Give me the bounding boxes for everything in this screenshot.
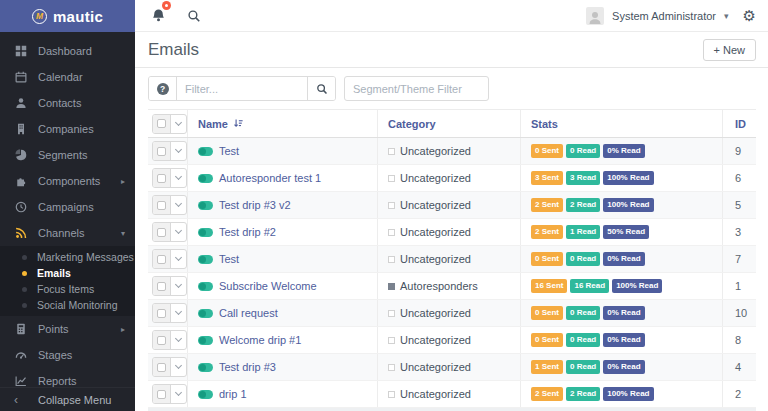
row-actions-dropdown[interactable] [171, 223, 186, 241]
row-actions-dropdown[interactable] [171, 196, 186, 214]
row-select-cell [148, 354, 188, 380]
brand-logo[interactable]: M mautic [0, 0, 135, 32]
global-search-button[interactable] [183, 5, 205, 27]
sidebar-item-contacts[interactable]: Contacts [0, 90, 135, 116]
checkbox[interactable] [153, 115, 171, 133]
sidebar-subitem-social-monitoring[interactable]: Social Monitoring [0, 297, 135, 313]
sidebar-item-stages[interactable]: Stages [0, 342, 135, 368]
email-name-link[interactable]: Test [219, 145, 239, 157]
segment-theme-filter-input[interactable] [344, 76, 489, 101]
publish-toggle-icon[interactable] [198, 309, 213, 318]
sidebar-item-campaigns[interactable]: Campaigns [0, 194, 135, 220]
checkbox[interactable] [153, 331, 171, 349]
row-actions-dropdown[interactable] [171, 115, 186, 133]
caret-down-icon[interactable]: ▾ [724, 11, 729, 21]
row-actions-dropdown[interactable] [171, 358, 186, 376]
sidebar-item-dashboard[interactable]: Dashboard [0, 38, 135, 64]
publish-toggle-icon[interactable] [198, 363, 213, 372]
row-actions-dropdown[interactable] [171, 277, 186, 295]
email-name-link[interactable]: drip 1 [219, 388, 247, 400]
email-name-link[interactable]: Call request [219, 307, 278, 319]
notifications-button[interactable] [147, 5, 169, 27]
email-name-link[interactable]: Test drip #2 [219, 226, 276, 238]
row-actions-dropdown[interactable] [171, 142, 186, 160]
column-header-category[interactable]: Category [378, 110, 521, 137]
row-checkbox-group[interactable] [152, 357, 187, 377]
filter-search-button[interactable] [307, 77, 335, 100]
row-checkbox-group[interactable] [152, 384, 187, 404]
sidebar-item-components[interactable]: Components▸ [0, 168, 135, 194]
row-actions-dropdown[interactable] [171, 331, 186, 349]
email-name-link[interactable]: Subscribe Welcome [219, 280, 317, 292]
channels-icon [14, 227, 28, 239]
email-name-link[interactable]: Autoresponder test 1 [219, 172, 321, 184]
sidebar-item-reports[interactable]: Reports [0, 368, 135, 387]
checkbox[interactable] [153, 358, 171, 376]
row-select-cell [148, 273, 188, 299]
column-header-id[interactable]: ID [723, 110, 756, 137]
filter-help-button[interactable]: ? [149, 77, 177, 100]
publish-toggle-icon[interactable] [198, 390, 213, 399]
row-actions-dropdown[interactable] [171, 250, 186, 268]
sidebar-item-points[interactable]: Points▸ [0, 316, 135, 342]
row-checkbox-group[interactable] [152, 330, 187, 350]
pct-badge: 0% Read [603, 360, 644, 374]
top-navbar: System Administrator ▾ ⚙ [135, 0, 768, 32]
user-menu[interactable]: System Administrator [612, 10, 716, 22]
row-checkbox-group[interactable] [152, 168, 187, 188]
category-cell: Uncategorized [378, 381, 521, 407]
publish-toggle-icon[interactable] [198, 147, 213, 156]
segments-icon [14, 149, 28, 161]
sidebar-item-companies[interactable]: Companies [0, 116, 135, 142]
checkbox[interactable] [153, 196, 171, 214]
sidebar-subitem-marketing-messages[interactable]: Marketing Messages [0, 249, 135, 265]
checkbox[interactable] [153, 304, 171, 322]
email-name-link[interactable]: Welcome drip #1 [219, 334, 301, 346]
row-actions-dropdown[interactable] [171, 385, 186, 403]
column-header-name[interactable]: Name [188, 110, 378, 137]
sidebar-item-calendar[interactable]: Calendar [0, 64, 135, 90]
row-actions-dropdown[interactable] [171, 304, 186, 322]
email-name-link[interactable]: Test drip #3 v2 [219, 199, 291, 211]
category-square-icon [388, 337, 395, 344]
publish-toggle-icon[interactable] [198, 336, 213, 345]
table-row: Test drip #3Uncategorized1 Sent0 Read0% … [148, 354, 756, 381]
email-name-link[interactable]: Test [219, 253, 239, 265]
email-name-link[interactable]: Test drip #3 [219, 361, 276, 373]
checkbox[interactable] [153, 250, 171, 268]
filter-input[interactable] [177, 77, 307, 100]
row-checkbox-group[interactable] [152, 141, 187, 161]
sidebar-subitem-emails[interactable]: Emails [0, 265, 135, 281]
avatar[interactable] [586, 7, 604, 25]
publish-toggle-icon[interactable] [198, 282, 213, 291]
checkbox[interactable] [153, 385, 171, 403]
checkbox[interactable] [153, 142, 171, 160]
row-checkbox-group[interactable] [152, 276, 187, 296]
sidebar-item-segments[interactable]: Segments [0, 142, 135, 168]
row-checkbox-group[interactable] [152, 303, 187, 323]
checkbox[interactable] [153, 169, 171, 187]
chevron-down-icon [175, 173, 182, 180]
row-actions-dropdown[interactable] [171, 169, 186, 187]
email-id: 5 [735, 199, 741, 211]
gear-icon[interactable]: ⚙ [743, 7, 756, 25]
row-checkbox-group[interactable] [152, 249, 187, 269]
new-email-button[interactable]: + New [703, 39, 757, 61]
checkbox[interactable] [153, 277, 171, 295]
sidebar-item-channels[interactable]: Channels▾ [0, 220, 135, 246]
select-all-checkbox-group[interactable] [152, 114, 187, 134]
checkbox-box [157, 201, 166, 210]
collapse-menu-button[interactable]: ‹ Collapse Menu [0, 387, 135, 411]
sidebar-subitem-label: Marketing Messages [37, 251, 134, 263]
publish-toggle-icon[interactable] [198, 174, 213, 183]
publish-toggle-icon[interactable] [198, 228, 213, 237]
publish-toggle-icon[interactable] [198, 255, 213, 264]
sidebar-item-label: Points [38, 323, 69, 335]
table-row: Test drip #2Uncategorized2 Sent1 Read50%… [148, 219, 756, 246]
publish-toggle-icon[interactable] [198, 201, 213, 210]
row-checkbox-group[interactable] [152, 222, 187, 242]
column-header-stats[interactable]: Stats [521, 110, 723, 137]
sidebar-subitem-focus-items[interactable]: Focus Items [0, 281, 135, 297]
checkbox[interactable] [153, 223, 171, 241]
row-checkbox-group[interactable] [152, 195, 187, 215]
